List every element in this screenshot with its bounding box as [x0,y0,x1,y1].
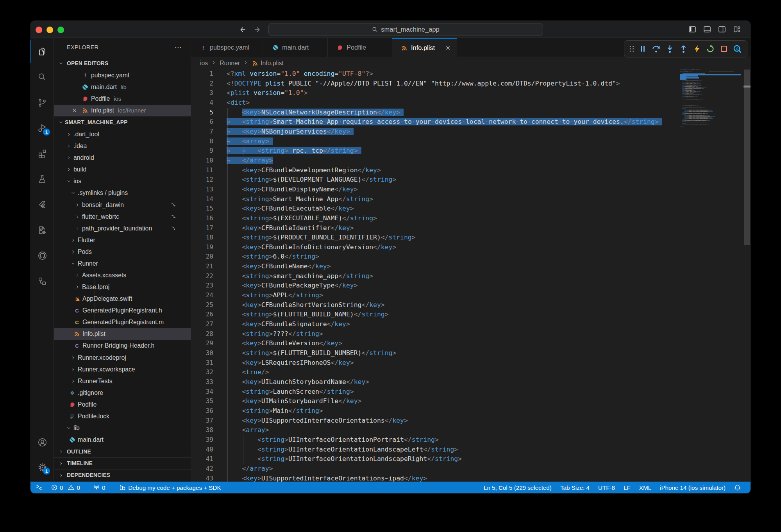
toggle-primary-sidebar-icon[interactable] [688,25,696,33]
tree-item-GeneratedPluginRegistrant.h[interactable]: CGeneratedPluginRegistrant.h [54,305,191,316]
tree-item-bonsoir_darwin[interactable]: bonsoir_darwin [54,199,191,211]
problems-status[interactable]: 0 0 [47,482,84,493]
tree-item-.dart_tool[interactable]: .dart_tool [54,129,191,140]
tab-main.dart[interactable]: main.dart [263,38,328,57]
status-encoding[interactable]: UTF-8 [594,482,619,493]
code-line: <key>NSLocalNetworkUsageDescription</key… [227,108,662,118]
tree-item-Runner.xcodeproj[interactable]: Runner.xcodeproj [54,352,191,364]
status-cursor-position[interactable]: Ln 5, Col 5 (229 selected) [479,482,556,493]
activity-bar-item-accounts[interactable] [30,430,54,454]
code-editor[interactable]: 1234567891011121314151617181920212223242… [191,69,743,482]
line-number: 18 [191,233,213,243]
accounts-icon [37,437,48,448]
tree-item-.idea[interactable]: .idea [54,140,191,152]
tree-item-Assets.xcassets[interactable]: Assets.xcassets [54,270,191,281]
tree-item-.gitignore[interactable]: .gitignore [54,387,191,399]
go-back-button[interactable] [238,25,248,35]
close-window-button[interactable] [36,27,42,33]
customize-layout-icon[interactable] [733,25,741,33]
tree-item-Runner-Bridging-Header.h[interactable]: CRunner-Bridging-Header.h [54,340,191,352]
tree-item-Runner[interactable]: Runner [54,258,191,270]
tree-item-main.dart[interactable]: main.dart [54,434,191,446]
activity-bar-item-run-and-debug[interactable]: 1 [30,116,54,140]
activity-bar-item-flutter[interactable] [30,193,54,216]
tree-item-android[interactable]: android [54,152,191,164]
line-number: 40 [191,445,213,455]
tree-item-build[interactable]: build [54,164,191,175]
activity-bar-item-extensions[interactable] [30,142,54,165]
remote-indicator[interactable] [30,482,47,493]
code-line: <key>CFBundleInfoDictionaryVersion</key> [227,243,662,252]
command-center-search[interactable]: smart_machine_app [268,23,543,36]
breadcrumb-item[interactable]: Info.plist [252,60,284,67]
activity-bar-item-explorer[interactable] [30,40,54,63]
open-devtools-button[interactable] [731,42,744,56]
tree-item-Pods[interactable]: Pods [54,246,191,258]
pause-button[interactable] [636,42,650,56]
tree-item-Runner.xcworkspace[interactable]: Runner.xcworkspace [54,364,191,375]
breadcrumb-item[interactable]: Runner [220,60,240,67]
activity-bar-item-manage[interactable]: 1 [30,455,54,479]
status-eol[interactable]: LF [619,482,635,493]
tree-item-Podfile.lock[interactable]: Podfile.lock [54,411,191,422]
tree-item-Podfile[interactable]: Podfile [54,399,191,411]
open-editor-Podfile[interactable]: Podfileios [54,93,191,105]
breadcrumb-item[interactable]: ios [200,60,208,67]
tree-item-.symlinks / plugins[interactable]: .symlinks / plugins [54,187,191,199]
activity-bar-item-github[interactable] [30,244,54,267]
toggle-secondary-sidebar-icon[interactable] [718,25,726,33]
tree-item-AppDelegate.swift[interactable]: AppDelegate.swift [54,293,191,305]
hot-reload-button[interactable] [690,42,704,56]
toggle-panel-icon[interactable] [703,25,711,33]
activity-bar-item-search[interactable] [30,65,54,89]
tab-pubspec.yaml[interactable]: !pubspec.yaml [191,38,263,57]
status-device-selector[interactable]: iPhone 14 (ios simulator) [656,482,730,493]
scrollbar-slider[interactable] [744,70,750,245]
tree-item-label: .gitignore [78,389,103,396]
debug-status[interactable]: Debug my code + packages + SDK [115,482,225,493]
minimize-window-button[interactable] [46,27,53,33]
step-out-button[interactable] [677,42,690,56]
section-dependencies[interactable]: DEPENDENCIES [54,469,191,481]
go-forward-button[interactable] [252,25,263,35]
open-editor-pubspec.yaml[interactable]: !pubspec.yaml [54,70,191,81]
open-editor-main.dart[interactable]: main.dartlib [54,81,191,93]
tree-item-GeneratedPluginRegistrant.m[interactable]: CGeneratedPluginRegistrant.m [54,316,191,328]
tree-item-Info.plist[interactable]: Info.plist [54,328,191,340]
tree-item-flutter_webrtc[interactable]: flutter_webrtc [54,211,191,223]
tab-Info.plist[interactable]: Info.plist [392,38,457,57]
stop-button[interactable] [717,42,731,56]
ports-status[interactable]: 0 [89,482,109,493]
tree-item-lib[interactable]: lib [54,422,191,434]
editor-scrollbar[interactable] [743,69,751,482]
project-root-header[interactable]: SMART_MACHINE_APP [54,116,191,128]
close-tab-icon[interactable] [445,45,451,51]
step-into-button[interactable] [663,42,677,56]
activity-bar-item-testing[interactable] [30,168,54,191]
notifications-bell[interactable] [730,482,745,493]
close-editor-icon[interactable] [71,107,78,114]
tree-item-Flutter[interactable]: Flutter [54,234,191,246]
zoom-window-button[interactable] [57,27,64,33]
code-line: <string>$(FLUTTER_BUILD_NUMBER)</string> [227,348,662,358]
section-timeline[interactable]: TIMELINE [54,457,191,469]
line-number: 13 [191,185,213,195]
tree-item-RunnerTests[interactable]: RunnerTests [54,375,191,387]
section-outline[interactable]: OUTLINE [54,446,191,457]
tree-item-path_provider_foundation[interactable]: path_provider_foundation [54,223,191,234]
open-editor-Info.plist[interactable]: Info.plistios/Runner [54,105,191,116]
status-language-mode[interactable]: XML [635,482,656,493]
activity-bar-item-remote-explorer[interactable] [30,270,54,293]
tab-Podfile[interactable]: Podfile [328,38,392,57]
restart-button[interactable] [704,42,717,56]
code-tools-icon [37,225,47,235]
tree-item-ios[interactable]: ios [54,175,191,187]
activity-bar-item-source-control[interactable] [30,91,54,114]
explorer-more-actions[interactable]: ⋯ [175,43,182,52]
minimap[interactable]: <?xml version="1.0" encoding="UTF-8"?><!… [680,69,743,482]
activity-bar-item-code-tools[interactable] [30,218,54,242]
tree-item-Base.lproj[interactable]: Base.lproj [54,281,191,293]
status-tab-size[interactable]: Tab Size: 4 [556,482,594,493]
step-over-button[interactable] [650,42,663,56]
open-editors-header[interactable]: OPEN EDITORS [54,57,191,69]
